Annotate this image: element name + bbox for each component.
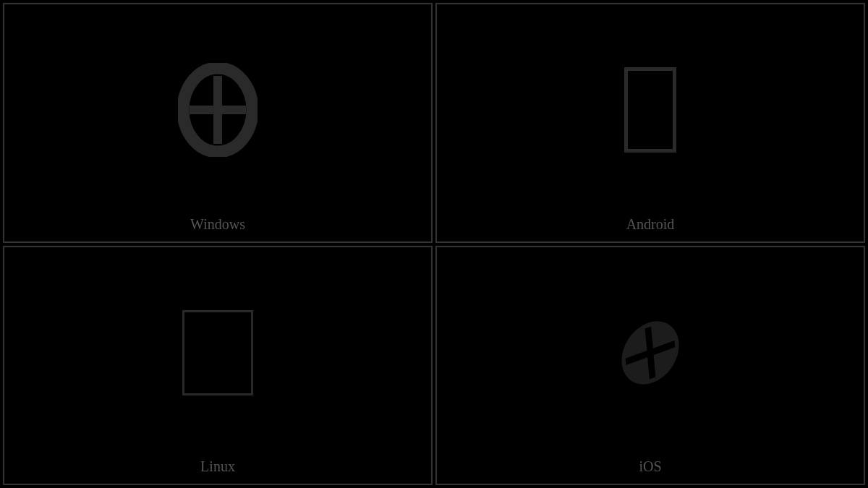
circle-plus-icon: [178, 63, 258, 157]
missing-glyph-icon: [182, 310, 253, 395]
cell-android: Android: [435, 3, 865, 243]
glyph-container: [4, 247, 431, 459]
cell-linux: Linux: [3, 246, 433, 486]
glyph-container: [4, 4, 431, 216]
cell-label: Android: [626, 216, 675, 241]
cell-ios: iOS: [435, 246, 865, 486]
glyph-container: [437, 4, 864, 216]
cell-windows: Windows: [3, 3, 433, 243]
cell-label: iOS: [639, 458, 661, 484]
cell-label: Linux: [200, 458, 235, 484]
oblique-circle-plus-icon: [607, 317, 694, 389]
glyph-grid: Windows Android Linux iOS: [0, 0, 868, 488]
missing-glyph-icon: [624, 67, 676, 153]
glyph-container: [437, 247, 864, 459]
cell-label: Windows: [190, 216, 245, 241]
